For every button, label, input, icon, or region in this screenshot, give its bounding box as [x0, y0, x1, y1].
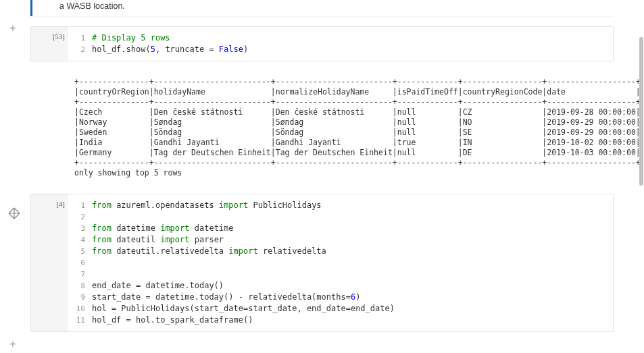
- code-line: hol = PublicHolidays(start_date=start_da…: [92, 303, 606, 315]
- code-line: hol_df = hol.to_spark_dataframe(): [92, 315, 606, 326]
- line-number: 1: [75, 200, 92, 211]
- line-number: 8: [75, 280, 92, 292]
- line-number: 2: [75, 44, 92, 55]
- add-cell-button[interactable]: +: [9, 337, 16, 351]
- line-number: 6: [75, 257, 92, 269]
- code-line: [92, 257, 606, 269]
- code-line: from azureml.opendatasets import PublicH…: [92, 200, 606, 211]
- code-cell-1[interactable]: [53] 1# Display 5 rows2hol_df.show(5, tr…: [30, 26, 614, 61]
- drag-handle-icon[interactable]: [7, 207, 21, 220]
- line-number: 2: [75, 211, 92, 223]
- code-line: from dateutil import parser: [92, 234, 606, 246]
- code-editor[interactable]: 1from azureml.opendatasets import Public…: [75, 200, 606, 326]
- line-number: 7: [75, 269, 92, 280]
- line-number: 5: [75, 246, 92, 257]
- line-number: 3: [75, 223, 92, 234]
- code-line: [92, 269, 606, 280]
- markdown-cell[interactable]: a WASB location.: [30, 0, 614, 16]
- line-number: 11: [75, 315, 92, 326]
- code-line: # Display 5 rows: [92, 32, 606, 44]
- line-number: 10: [75, 303, 92, 315]
- scrollbar[interactable]: [639, 37, 643, 186]
- execution-count: [4]: [31, 194, 68, 331]
- markdown-text: a WASB location.: [59, 1, 125, 11]
- code-line: from dateutil.relativedelta import relat…: [92, 246, 606, 257]
- code-line: start_date = datetime.today() - relative…: [92, 292, 606, 303]
- line-number: 4: [75, 234, 92, 246]
- line-number: 1: [75, 32, 92, 44]
- code-line: end_date = datetime.today(): [92, 280, 606, 292]
- add-cell-button[interactable]: +: [9, 22, 16, 35]
- code-line: [92, 211, 606, 223]
- line-number: 9: [75, 292, 92, 303]
- code-line: hol_df.show(5, truncate = False): [92, 44, 606, 55]
- code-line: from datetime import datetime: [92, 223, 606, 234]
- execution-count: [53]: [31, 27, 68, 61]
- cell-output: +---------------+-----------------------…: [30, 72, 614, 184]
- code-editor[interactable]: 1# Display 5 rows2hol_df.show(5, truncat…: [75, 32, 606, 55]
- code-cell-2[interactable]: [4] 1from azureml.opendatasets import Pu…: [30, 194, 614, 332]
